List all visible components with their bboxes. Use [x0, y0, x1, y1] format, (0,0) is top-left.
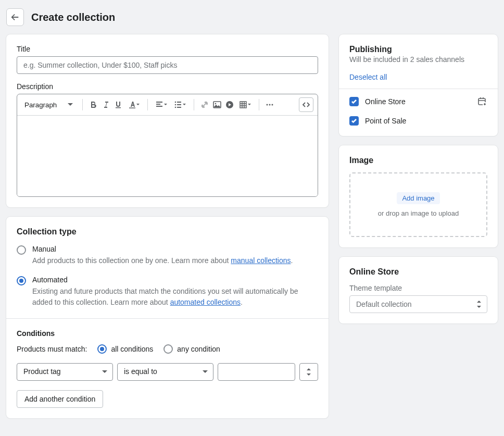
- caret-down-icon: [203, 369, 208, 375]
- page-title: Create collection: [31, 11, 115, 23]
- italic-icon: [102, 101, 109, 108]
- title-label: Title: [17, 45, 318, 53]
- list-button[interactable]: [171, 97, 190, 112]
- match-label: Products must match:: [17, 345, 87, 353]
- title-input[interactable]: [17, 56, 318, 74]
- condition-sort-button[interactable]: [299, 363, 318, 381]
- condition-field-select[interactable]: Product tag: [17, 363, 113, 381]
- title-description-card: Title Description Paragraph: [6, 34, 329, 207]
- all-conditions-label: all conditions: [111, 345, 153, 353]
- arrow-left-icon: [10, 13, 20, 22]
- publishing-card: Publishing Will be included in 2 sales c…: [339, 34, 498, 136]
- italic-button[interactable]: [99, 97, 112, 112]
- paragraph-select[interactable]: Paragraph: [21, 99, 76, 111]
- condition-value-input[interactable]: [218, 363, 295, 381]
- rich-text-editor: Paragraph: [17, 94, 318, 197]
- condition-operator-select[interactable]: is equal to: [117, 363, 213, 381]
- manual-radio[interactable]: [17, 245, 26, 255]
- manual-radio-label: Manual: [32, 245, 318, 253]
- sort-icon: [476, 301, 482, 308]
- online-store-card: Online Store Theme template Default coll…: [339, 257, 498, 323]
- collection-type-heading: Collection type: [17, 227, 318, 236]
- toolbar-separator: [82, 99, 83, 110]
- underline-icon: [115, 101, 122, 108]
- bold-button[interactable]: [87, 97, 99, 112]
- online-store-checkbox[interactable]: [349, 97, 359, 106]
- collection-type-card: Collection type Manual Add products to t…: [6, 217, 329, 418]
- image-heading: Image: [349, 156, 487, 165]
- bold-icon: [90, 101, 97, 108]
- link-icon: [200, 101, 209, 109]
- sort-icon: [306, 368, 311, 376]
- add-condition-button[interactable]: Add another condition: [17, 390, 103, 408]
- text-color-button[interactable]: [124, 97, 143, 112]
- image-button[interactable]: [211, 97, 223, 112]
- code-view-button[interactable]: [299, 97, 313, 112]
- image-card: Image Add image or drop an image to uplo…: [339, 145, 498, 247]
- automated-radio[interactable]: [17, 276, 26, 285]
- dots-icon: [266, 101, 274, 109]
- image-drop-zone[interactable]: Add image or drop an image to upload: [349, 172, 487, 237]
- svg-point-0: [175, 102, 177, 103]
- any-condition-radio[interactable]: [163, 344, 173, 354]
- svg-point-2: [175, 107, 177, 108]
- table-button[interactable]: [236, 97, 255, 112]
- toolbar-separator: [194, 99, 194, 110]
- caret-down-icon: [68, 102, 73, 107]
- deselect-all-link[interactable]: Deselect all: [349, 73, 387, 81]
- caret-down-icon: [102, 369, 107, 375]
- description-label: Description: [17, 82, 318, 91]
- schedule-button[interactable]: [477, 96, 487, 107]
- rte-toolbar: Paragraph: [17, 94, 318, 116]
- code-icon: [302, 101, 310, 109]
- back-button[interactable]: [6, 8, 24, 26]
- online-store-label: Online Store: [365, 97, 406, 106]
- underline-button[interactable]: [112, 97, 124, 112]
- toolbar-separator: [147, 99, 148, 110]
- check-icon: [351, 118, 357, 124]
- more-button[interactable]: [263, 97, 276, 112]
- svg-point-4: [215, 103, 217, 105]
- play-circle-icon: [225, 101, 234, 109]
- video-button[interactable]: [223, 97, 236, 112]
- all-conditions-radio[interactable]: [97, 344, 107, 354]
- publishing-subtext: Will be included in 2 sales channels: [349, 55, 487, 64]
- description-input[interactable]: [17, 116, 318, 196]
- manual-radio-desc: Add products to this collection one by o…: [32, 255, 318, 266]
- svg-rect-6: [240, 102, 246, 108]
- align-button[interactable]: [152, 97, 171, 112]
- theme-template-label: Theme template: [349, 284, 487, 292]
- any-condition-label: any condition: [177, 345, 220, 353]
- svg-point-8: [269, 104, 271, 106]
- add-image-button[interactable]: Add image: [397, 192, 439, 204]
- list-icon: [174, 101, 186, 108]
- image-icon: [213, 101, 221, 109]
- table-icon: [240, 101, 251, 108]
- automated-radio-label: Automated: [32, 276, 318, 284]
- manual-collections-link[interactable]: manual collections: [231, 256, 291, 265]
- publishing-heading: Publishing: [349, 45, 487, 54]
- align-icon: [156, 101, 167, 108]
- divider: [6, 318, 329, 319]
- image-hint: or drop an image to upload: [356, 209, 481, 217]
- theme-template-select[interactable]: Default collection: [349, 295, 487, 313]
- online-store-heading: Online Store: [349, 267, 487, 277]
- svg-point-7: [267, 104, 268, 106]
- check-icon: [351, 98, 357, 105]
- divider: [339, 89, 498, 89]
- link-button[interactable]: [198, 97, 211, 112]
- text-color-icon: [128, 101, 140, 108]
- conditions-heading: Conditions: [17, 329, 318, 338]
- automated-collections-link[interactable]: automated collections: [170, 298, 241, 306]
- toolbar-separator: [259, 99, 259, 110]
- pos-label: Point of Sale: [365, 117, 406, 125]
- automated-radio-desc: Existing and future products that match …: [32, 286, 318, 308]
- svg-point-1: [175, 104, 177, 106]
- svg-point-9: [272, 104, 273, 106]
- calendar-plus-icon: [477, 97, 487, 106]
- pos-checkbox[interactable]: [349, 116, 359, 126]
